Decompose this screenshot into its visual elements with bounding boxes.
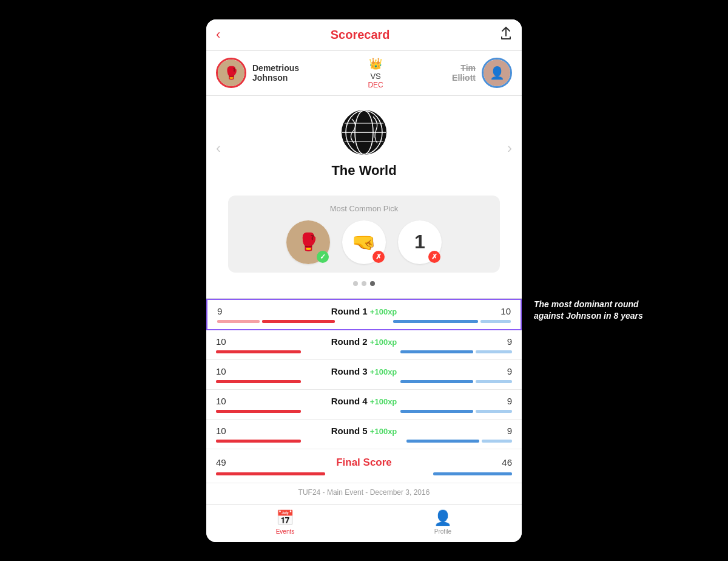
most-common-title: Most Common Pick — [238, 204, 490, 213]
event-info: TUF24 - Main Event - December 3, 2016 — [206, 483, 522, 504]
final-bar-red — [216, 472, 325, 475]
pick-fighter-badge: ✓ — [317, 251, 329, 263]
most-common-pick-box: Most Common Pick 🥊 ✓ 🤜 ✗ — [228, 195, 500, 273]
fighter-left-avatar: 🥊 — [216, 58, 246, 88]
round-2-bar-red — [216, 350, 301, 353]
round-5-label: Round 5 +100xp — [234, 426, 494, 436]
round-4-xp: +100xp — [370, 397, 397, 406]
final-score-label: Final Score — [336, 457, 392, 469]
round-4-bars — [216, 410, 512, 413]
round-2-bar-blue-light — [476, 350, 512, 353]
final-bar-blue — [433, 472, 512, 475]
share-button[interactable] — [500, 27, 512, 43]
globe-container: The World — [331, 108, 396, 178]
tab-profile[interactable]: 👤 Profile — [364, 509, 522, 535]
pick-round-badge: ✗ — [428, 251, 440, 263]
header: ‹ Scorecard — [206, 19, 522, 51]
vs-block: 👑 VS DEC — [299, 57, 452, 89]
pick-round-number: 1 — [414, 231, 425, 253]
dot-1 — [353, 281, 358, 286]
dot-2 — [362, 281, 366, 286]
round-2-bars — [216, 350, 512, 353]
dec-text: DEC — [299, 81, 452, 89]
round-3-bar-blue-light — [476, 380, 512, 383]
round-3-bar-blue — [400, 380, 473, 383]
vs-text: VS — [299, 72, 452, 81]
page-title: Scorecard — [331, 28, 390, 42]
pick-fighter: 🥊 ✓ — [286, 220, 330, 264]
round-2-score-left: 10 — [216, 336, 234, 347]
scorecard-section: ‹ The World › — [206, 96, 522, 299]
round-1-header: 9 Round 1 +100xp 10 — [217, 306, 511, 316]
crown-icon: 👑 — [299, 57, 452, 70]
round-2-xp: +100xp — [370, 338, 397, 347]
round-5-bars — [216, 440, 512, 443]
profile-label: Profile — [434, 528, 451, 535]
round-5-header: 10 Round 5 +100xp 9 — [216, 426, 512, 436]
side-note: The most dominant round against Johnson … — [534, 299, 643, 322]
fighter-left: 🥊 Demetrious Johnson — [216, 58, 299, 88]
round-1-label: Round 1 +100xp — [235, 306, 493, 316]
share-icon — [500, 27, 512, 40]
final-score-left: 49 — [216, 457, 234, 467]
round-5-score-right: 9 — [494, 426, 512, 436]
tab-events[interactable]: 📅 Events — [206, 509, 364, 535]
round-3-bar-red — [216, 380, 301, 383]
round-4-label: Round 4 +100xp — [234, 396, 494, 406]
round-5-xp: +100xp — [370, 427, 397, 436]
rounds-section: 9 Round 1 +100xp 10 10 Round 2 +100xp — [206, 299, 522, 504]
nav-left-arrow[interactable]: ‹ — [216, 140, 221, 157]
round-2-score-right: 9 — [494, 336, 512, 347]
globe-label: The World — [331, 163, 396, 178]
round-row-3: 10 Round 3 +100xp 9 — [206, 360, 522, 390]
round-4-header: 10 Round 4 +100xp 9 — [216, 396, 512, 406]
round-1-bar-blue-light — [480, 320, 511, 323]
final-score-header: 49 Final Score 46 — [216, 457, 512, 469]
scorecard-nav: ‹ The World › — [216, 108, 512, 188]
round-4-bar-red — [216, 410, 301, 413]
tab-bar: 📅 Events 👤 Profile — [206, 504, 522, 542]
pick-method-icon: 🤜 — [352, 231, 376, 254]
round-1-bar-red — [262, 320, 335, 323]
round-5-bar-red — [216, 440, 301, 443]
round-4-score-right: 9 — [494, 396, 512, 406]
final-score-right: 46 — [494, 457, 512, 467]
picks-row: 🥊 ✓ 🤜 ✗ 1 — [238, 220, 490, 264]
round-row-1: 9 Round 1 +100xp 10 — [206, 299, 522, 330]
round-1-xp: +100xp — [370, 307, 397, 316]
round-1-score-left: 9 — [217, 306, 235, 316]
dot-3 — [370, 281, 375, 286]
fighter-right-name: Tim Elliott — [452, 63, 476, 83]
round-3-score-right: 9 — [494, 366, 512, 376]
round-1-bar-blue — [393, 320, 478, 323]
events-label: Events — [276, 528, 295, 535]
pick-round: 1 ✗ — [398, 220, 442, 264]
page-dots — [216, 281, 512, 286]
pick-method-badge: ✗ — [372, 251, 385, 263]
fighter-left-name: Demetrious Johnson — [252, 63, 299, 83]
round-1-score-right: 10 — [493, 306, 511, 316]
round-2-bar-blue — [400, 350, 473, 353]
round-3-label: Round 3 +100xp — [234, 366, 494, 376]
fighter-right-avatar-placeholder: 👤 — [484, 59, 510, 86]
round-4-score-left: 10 — [216, 396, 234, 406]
round-4-bar-blue-light — [476, 410, 512, 413]
round-4-bar-blue — [400, 410, 473, 413]
nav-right-arrow[interactable]: › — [507, 140, 512, 157]
fighter-right-avatar: 👤 — [482, 58, 512, 88]
round-3-header: 10 Round 3 +100xp 9 — [216, 366, 512, 376]
events-icon: 📅 — [276, 509, 294, 526]
round-5-bar-blue — [406, 440, 479, 443]
final-score-row: 49 Final Score 46 — [206, 449, 522, 483]
round-row-4: 10 Round 4 +100xp 9 — [206, 390, 522, 420]
round-5-bar-blue-light — [482, 440, 512, 443]
final-score-bars — [216, 472, 512, 475]
profile-icon: 👤 — [434, 509, 452, 526]
phone-container: ‹ Scorecard 🥊 Demetrious Johnson 👑 VS DE… — [206, 19, 522, 542]
round-3-score-left: 10 — [216, 366, 234, 376]
round-3-xp: +100xp — [370, 367, 397, 376]
fighter-right: 👤 Tim Elliott — [452, 58, 512, 88]
round-2-label: Round 2 +100xp — [234, 336, 494, 347]
back-button[interactable]: ‹ — [216, 27, 220, 42]
round-row-2: 10 Round 2 +100xp 9 — [206, 330, 522, 360]
